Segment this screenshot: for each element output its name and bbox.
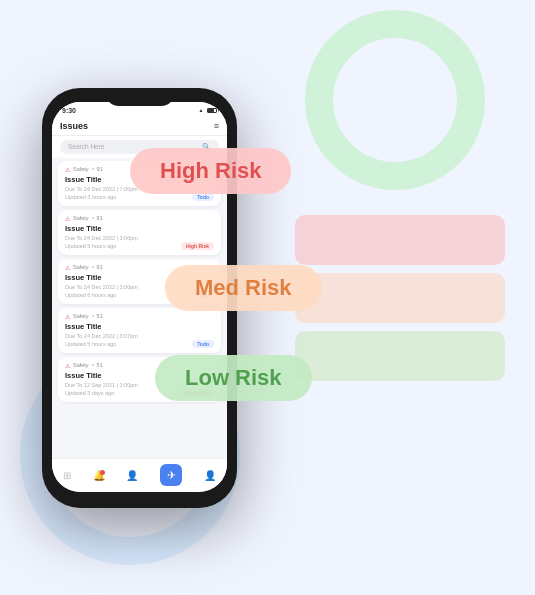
issue-updated: Updated 5 hours ago xyxy=(65,243,116,249)
status-time: 9:30 xyxy=(62,107,76,114)
issue-due: Due To 24 Dec 2022 | 3:07pm xyxy=(65,333,214,339)
issue-num: 91 xyxy=(97,166,103,172)
nav-home[interactable]: ⊞ xyxy=(63,470,71,481)
issue-dot xyxy=(92,217,94,219)
high-risk-label: High Risk xyxy=(130,148,291,194)
issue-dot xyxy=(92,364,94,366)
issue-num: 91 xyxy=(97,215,103,221)
med-risk-card-bg xyxy=(295,273,505,323)
issue-num: 51 xyxy=(97,362,103,368)
issue-num: 51 xyxy=(97,313,103,319)
battery-icon xyxy=(207,108,217,113)
phone-notch xyxy=(105,88,175,106)
issue-item[interactable]: ⚠ Safety 91 Issue Title Due To 24 Dec 20… xyxy=(58,210,221,255)
issue-item[interactable]: ⚠ Safety 51 Issue Title Due To 24 Dec 20… xyxy=(58,308,221,353)
nav-explore[interactable]: ✈ xyxy=(160,464,182,486)
app-title: Issues xyxy=(60,121,88,131)
nav-profile[interactable]: 👤 xyxy=(126,470,138,481)
med-risk-label: Med Risk xyxy=(165,265,322,311)
issue-category: Safety xyxy=(73,215,89,221)
issue-safety-icon: ⚠ xyxy=(65,362,70,369)
issue-dot xyxy=(92,168,94,170)
issue-updated: Updated 3 hours ago xyxy=(65,194,116,200)
issue-title: Issue Title xyxy=(65,322,214,331)
issue-category: Safety xyxy=(73,362,89,368)
issue-footer: Updated 5 hours ago Todo xyxy=(65,340,214,348)
nav-account[interactable]: 👤 xyxy=(204,470,216,481)
issue-dot xyxy=(92,266,94,268)
risk-cards-area xyxy=(295,215,505,381)
issue-title: Issue Title xyxy=(65,224,214,233)
low-risk-label: Low Risk xyxy=(155,355,312,401)
issue-badge: Todo xyxy=(192,340,214,348)
issue-footer: Updated 5 hours ago High Risk xyxy=(65,242,214,250)
issue-category: Safety xyxy=(73,313,89,319)
nav-explore-icon: ✈ xyxy=(160,464,182,486)
issue-safety-icon: ⚠ xyxy=(65,264,70,271)
issue-meta: ⚠ Safety 51 xyxy=(65,313,214,320)
issue-category: Safety xyxy=(73,166,89,172)
status-icons: ▲ xyxy=(199,107,217,113)
issue-dot xyxy=(92,315,94,317)
issue-meta: ⚠ Safety 91 xyxy=(65,215,214,222)
issue-due: Due To 24 Dec 2022 | 3:00pm xyxy=(65,235,214,241)
issue-category: Safety xyxy=(73,264,89,270)
issue-updated: Updated 6 hours ago xyxy=(65,292,116,298)
issue-safety-icon: ⚠ xyxy=(65,215,70,222)
issue-safety-icon: ⚠ xyxy=(65,313,70,320)
issue-num: 91 xyxy=(97,264,103,270)
filter-icon[interactable]: ≡ xyxy=(214,121,219,131)
low-risk-card-bg xyxy=(295,331,505,381)
issue-safety-icon: ⚠ xyxy=(65,166,70,173)
issue-badge: High Risk xyxy=(181,242,214,250)
nav-notifications[interactable]: 🔔 xyxy=(93,470,105,481)
app-header: Issues ≡ xyxy=(52,117,227,136)
bg-circle-green xyxy=(305,10,485,190)
issue-updated: Updated 3 days ago xyxy=(65,390,114,396)
issue-updated: Updated 5 hours ago xyxy=(65,341,116,347)
bottom-nav: ⊞ 🔔 👤 ✈ 👤 xyxy=(52,458,227,492)
high-risk-card-bg xyxy=(295,215,505,265)
search-placeholder: Search Here xyxy=(68,143,105,150)
